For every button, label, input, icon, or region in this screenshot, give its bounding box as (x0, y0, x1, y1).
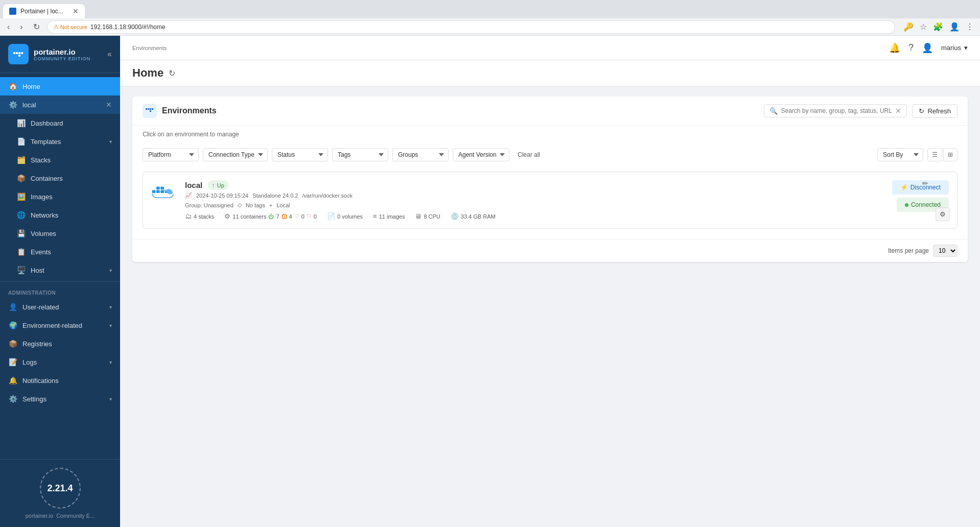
sidebar-item-volumes-label: Volumes (31, 230, 112, 237)
sidebar-item-registries[interactable]: 📦 Registries (0, 334, 120, 353)
home-icon: 🏠 (8, 82, 17, 90)
page-title-bar: Home ↻ (120, 60, 980, 86)
clear-all-button[interactable]: Clear all (514, 149, 544, 161)
not-secure-indicator: ⚠ Not secure (54, 23, 87, 30)
events-icon: 📋 (16, 248, 26, 256)
svg-rect-8 (150, 108, 151, 110)
profile-icon[interactable]: 👤 (947, 20, 962, 34)
search-input[interactable] (781, 107, 892, 114)
containers-stat-icon: ⚙ (224, 212, 230, 220)
containers-count: 11 containers (232, 213, 266, 220)
sidebar-item-user-related-label: User-related (22, 303, 104, 311)
sidebar-item-events-label: Events (31, 248, 112, 256)
page-refresh-icon[interactable]: ↻ (169, 68, 175, 78)
connection-type-filter[interactable]: Connection Type (203, 148, 268, 161)
images-count: 11 images (379, 213, 405, 220)
templates-chevron-icon: ▾ (109, 139, 112, 145)
user-menu[interactable]: marius ▾ (941, 44, 968, 52)
tab-close-button[interactable]: ✕ (73, 7, 79, 15)
containers-stat: ⚙ 11 containers ⏻ 7 ⏼ 4 ♡ 0 ♡ 0 (224, 212, 317, 220)
grid-view-button[interactable]: ⊞ (943, 148, 958, 161)
back-button[interactable]: ‹ (4, 20, 13, 34)
app: portainer.io COMMUNITY EDITION « 🏠 Home … (0, 36, 980, 527)
svg-rect-5 (21, 52, 23, 54)
breadcrumb: Environments (132, 45, 167, 51)
sidebar-item-user-related[interactable]: 👤 User-related ▾ (0, 298, 120, 316)
group-text: Group: Unassigned (185, 202, 234, 208)
sidebar-item-settings[interactable]: ⚙️ Settings ▾ (0, 390, 120, 408)
reload-button[interactable]: ↻ (30, 20, 43, 34)
forward-button[interactable]: › (17, 20, 26, 34)
logo-sub: COMMUNITY EDITION (34, 56, 90, 61)
environment-related-icon: 🌍 (8, 321, 17, 329)
environment-status-badge: ↑ Up (207, 180, 228, 190)
sidebar-item-containers-label: Containers (31, 175, 112, 182)
svg-rect-6 (146, 108, 147, 110)
sidebar-item-templates[interactable]: 📄 Templates ▾ (0, 132, 120, 151)
environments-header-actions: 🔍 ✕ ↻ Refresh (764, 104, 958, 118)
status-filter[interactable]: Status (272, 148, 328, 161)
sidebar-collapse-button[interactable]: « (107, 50, 112, 59)
items-per-page-select[interactable]: 10 (933, 245, 958, 257)
volumes-icon: 💾 (16, 229, 26, 237)
sidebar-item-notifications[interactable]: 🔔 Notifications (0, 371, 120, 390)
list-view-button[interactable]: ☰ (927, 148, 942, 161)
search-icon: 🔍 (769, 107, 778, 115)
env-meta: 📈 2024-10-25 09:15:24 Standalone 24.0.2 … (185, 192, 884, 199)
sidebar-item-logs[interactable]: 📝 Logs ▾ (0, 353, 120, 371)
tab-favicon (9, 8, 16, 15)
sidebar-item-environment-related-label: Environment-related (22, 322, 104, 329)
connected-dot-icon (905, 203, 908, 207)
user-avatar-icon[interactable]: 👤 (922, 42, 933, 54)
svg-rect-9 (150, 110, 151, 112)
sidebar-item-stacks[interactable]: 🗂️ Stacks (0, 151, 120, 169)
footer-logo: portainer.io Community E... (26, 513, 95, 519)
menu-icon[interactable]: ⋮ (964, 20, 976, 34)
disconnect-button[interactable]: ⚡ Disconnect (892, 180, 949, 195)
sidebar-divider (0, 281, 120, 282)
cpu-stat-icon: 🖥 (415, 212, 422, 220)
no-tags-icon: ◇ (238, 202, 242, 208)
search-box[interactable]: 🔍 ✕ (764, 104, 907, 117)
browser-toolbar: ‹ › ↻ ⚠ Not secure 192.168.1.18:9000/#!/… (0, 18, 980, 36)
sidebar-item-host[interactable]: 🖥️ Host ▾ (0, 261, 120, 279)
sort-by-select[interactable]: Sort By (877, 148, 923, 161)
environment-settings-button[interactable]: ⚙ (936, 207, 950, 221)
sidebar-item-events[interactable]: 📋 Events (0, 243, 120, 261)
refresh-button[interactable]: ↻ Refresh (912, 104, 958, 118)
edit-button[interactable]: ✏ (922, 179, 928, 187)
containers-healthy-count: 0 (301, 213, 305, 220)
sidebar-item-home[interactable]: 🏠 Home (0, 77, 120, 95)
sidebar-item-dashboard-label: Dashboard (31, 119, 112, 127)
environments-list: local ↑ Up 📈 2024-10-25 09:15:24 Standal… (132, 166, 968, 234)
address-bar[interactable]: ⚠ Not secure 192.168.1.18:9000/#!/home (47, 20, 895, 34)
notification-bell-icon[interactable]: 🔔 (889, 42, 900, 54)
tags-filter[interactable]: Tags (332, 148, 388, 161)
password-icon[interactable]: 🔑 (901, 20, 916, 34)
socket-text: /var/run/docker.sock (302, 193, 352, 199)
sidebar-item-environment-related[interactable]: 🌍 Environment-related ▾ (0, 316, 120, 334)
help-icon[interactable]: ? (908, 42, 914, 53)
ram-amount: 33.4 GB RAM (461, 213, 496, 220)
sidebar-item-images[interactable]: 🖼️ Images (0, 187, 120, 206)
local-tag-icon: + (269, 202, 272, 208)
search-clear-icon[interactable]: ✕ (895, 107, 901, 115)
sidebar-item-dashboard[interactable]: 📊 Dashboard (0, 114, 120, 132)
tab-bar: Portainer | loc... ✕ (0, 0, 980, 18)
sidebar-item-volumes[interactable]: 💾 Volumes (0, 224, 120, 243)
tab-title: Portainer | loc... (20, 8, 63, 15)
browser-tab[interactable]: Portainer | loc... ✕ (3, 4, 85, 18)
sidebar-item-local[interactable]: ⚙️ local ✕ (0, 95, 120, 114)
platform-filter[interactable]: Platform (143, 148, 199, 161)
settings-chevron-icon: ▾ (109, 396, 112, 402)
bookmark-icon[interactable]: ☆ (918, 20, 929, 34)
sidebar-item-containers[interactable]: 📦 Containers (0, 169, 120, 187)
containers-icon: 📦 (16, 174, 26, 182)
sidebar-item-networks[interactable]: 🌐 Networks (0, 206, 120, 224)
extensions-icon[interactable]: 🧩 (931, 20, 945, 34)
environment-item-local[interactable]: local ↑ Up 📈 2024-10-25 09:15:24 Standal… (143, 172, 958, 229)
local-close-icon[interactable]: ✕ (106, 101, 112, 109)
environment-docker-icon (151, 180, 177, 206)
agent-version-filter[interactable]: Agent Version (453, 148, 509, 161)
groups-filter[interactable]: Groups (392, 148, 449, 161)
